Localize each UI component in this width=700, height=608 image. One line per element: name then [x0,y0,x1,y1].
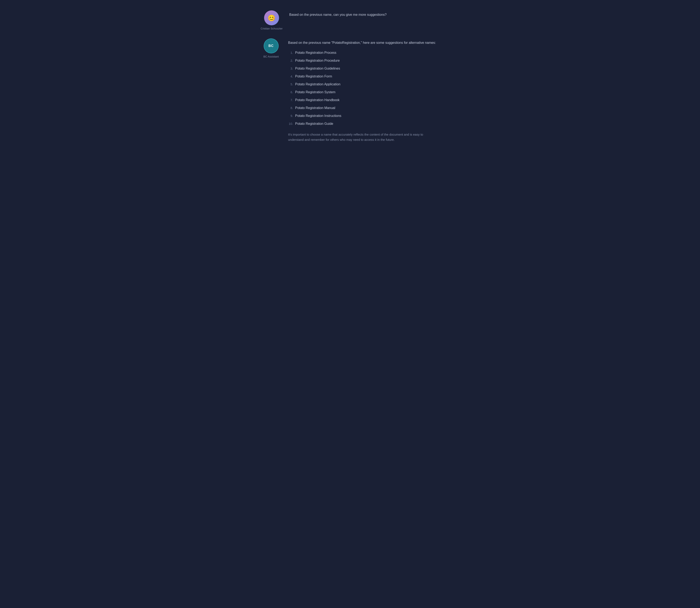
list-item-text: Potato Registration Instructions [295,114,342,118]
user-message-row: 😊 Cristian Schuszter Based on the previo… [261,11,439,30]
list-item: 10.Potato Registration Guide [288,120,439,128]
list-item: 2.Potato Registration Procedure [288,57,439,64]
list-number: 8. [288,106,293,110]
list-item-text: Potato Registration Guide [295,122,333,126]
assistant-intro-text: Based on the previous name "PotatoRegist… [288,40,439,45]
assistant-avatar: BC [264,38,279,53]
list-number: 7. [288,98,293,102]
assistant-message-row: BC BC Assistant Based on the previous na… [261,38,439,142]
user-name: Cristian Schuszter [261,27,282,30]
list-item-text: Potato Registration Guidelines [295,66,340,70]
list-item: 8.Potato Registration Manual [288,104,439,112]
list-number: 6. [288,90,293,94]
list-item-text: Potato Registration Procedure [295,59,340,62]
list-item: 7.Potato Registration Handbook [288,96,439,104]
user-avatar: 😊 [264,11,279,25]
user-message-content: Based on the previous name, can you give… [289,11,439,17]
user-avatar-icon: 😊 [268,14,276,22]
assistant-avatar-block: BC BC Assistant [261,38,281,58]
suggestions-list: 1.Potato Registration Process2.Potato Re… [288,49,439,128]
list-item: 1.Potato Registration Process [288,49,439,57]
assistant-message-content: Based on the previous name "PotatoRegist… [288,38,439,142]
list-item-text: Potato Registration Application [295,82,340,86]
list-item: 9.Potato Registration Instructions [288,112,439,120]
list-item: 3.Potato Registration Guidelines [288,64,439,73]
list-number: 2. [288,59,293,62]
user-message-text: Based on the previous name, can you give… [289,12,439,17]
list-number: 4. [288,75,293,78]
list-item-text: Potato Registration Manual [295,106,335,110]
list-item-text: Potato Registration Handbook [295,98,339,102]
list-number: 1. [288,51,293,54]
list-item-text: Potato Registration System [295,90,335,94]
chat-container: 😊 Cristian Schuszter Based on the previo… [257,4,444,149]
list-item: 5.Potato Registration Application [288,80,439,88]
assistant-closing-text: It's important to choose a name that acc… [288,132,439,142]
list-item: 4.Potato Registration Form [288,73,439,80]
assistant-name: BC Assistant [263,55,279,58]
list-item-text: Potato Registration Form [295,75,332,78]
list-number: 10. [288,122,293,126]
assistant-avatar-label: BC [269,44,274,48]
user-avatar-block: 😊 Cristian Schuszter [261,11,282,30]
list-item-text: Potato Registration Process [295,51,336,55]
list-item: 6.Potato Registration System [288,88,439,96]
list-number: 3. [288,66,293,70]
list-number: 9. [288,114,293,117]
list-number: 5. [288,82,293,86]
